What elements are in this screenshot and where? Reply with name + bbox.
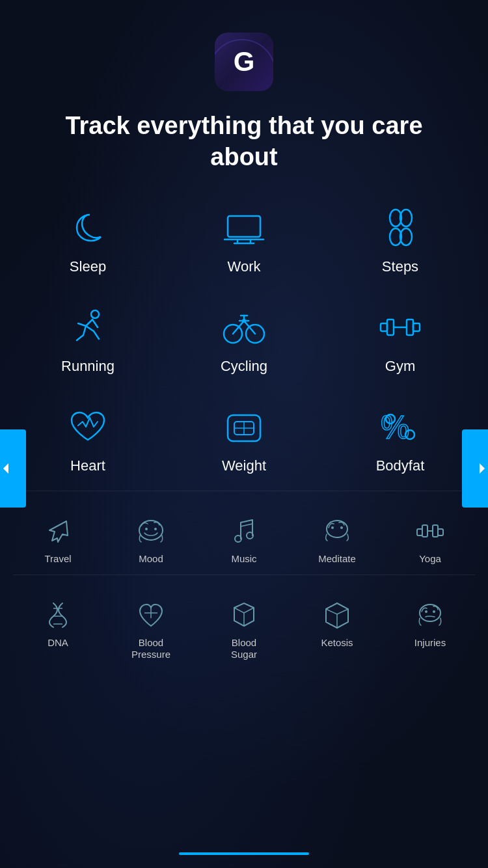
category-bodyfat[interactable]: % Bodyfat — [325, 391, 475, 484]
injuries-label: Injuries — [414, 637, 446, 649]
svg-marker-0 — [3, 463, 8, 474]
page-headline: Track everything that you care about — [0, 111, 488, 172]
category-cycling[interactable]: Cycling — [169, 292, 319, 385]
gym-icon — [374, 305, 426, 350]
small-grid-row2: DNA BloodPressure BloodSug — [13, 588, 475, 667]
mood-icon — [133, 514, 169, 547]
category-injuries[interactable]: Injuries — [385, 588, 475, 667]
music-label: Music — [231, 553, 256, 565]
category-weight[interactable]: Weight — [169, 391, 319, 484]
meditate-label: Meditate — [318, 553, 356, 565]
category-gym[interactable]: Gym — [325, 292, 475, 385]
blood-pressure-label: BloodPressure — [131, 637, 170, 660]
meditate-icon — [319, 514, 355, 547]
category-sleep[interactable]: Sleep — [13, 192, 163, 285]
blood-sugar-icon — [226, 598, 262, 631]
small-grid-row1: Travel Mood — [13, 504, 475, 571]
svg-point-50 — [425, 610, 427, 613]
app-header: G Track everything that you care about — [0, 0, 488, 172]
category-running[interactable]: Running — [13, 292, 163, 385]
svg-rect-38 — [438, 529, 443, 536]
running-label: Running — [61, 358, 115, 375]
svg-rect-16 — [381, 323, 387, 331]
dna-icon — [40, 598, 76, 631]
yoga-label: Yoga — [419, 553, 441, 565]
steps-label: Steps — [382, 258, 418, 275]
category-dna[interactable]: DNA — [13, 588, 103, 667]
svg-rect-40 — [433, 525, 438, 537]
category-blood-pressure[interactable]: BloodPressure — [106, 588, 196, 667]
section-divider-2 — [13, 575, 475, 575]
bottom-bar — [179, 852, 309, 855]
svg-rect-19 — [407, 319, 413, 335]
yoga-icon — [413, 514, 448, 547]
weight-label: Weight — [222, 457, 266, 474]
svg-rect-18 — [387, 319, 394, 335]
blood-pressure-icon — [133, 598, 169, 631]
category-heart[interactable]: Heart — [13, 391, 163, 484]
mood-label: Mood — [139, 553, 163, 565]
svg-point-29 — [145, 528, 148, 530]
nav-arrow-right[interactable] — [462, 429, 488, 508]
svg-point-30 — [154, 528, 157, 530]
app-icon[interactable]: G — [215, 33, 273, 91]
blood-sugar-label: BloodSugar — [231, 637, 257, 660]
heart-icon — [62, 404, 114, 450]
category-meditate[interactable]: Meditate — [292, 504, 382, 571]
svg-point-36 — [340, 526, 343, 529]
running-icon — [62, 305, 114, 350]
sleep-icon — [62, 205, 114, 251]
bodyfat-label: Bodyfat — [376, 457, 425, 474]
gym-label: Gym — [385, 358, 415, 375]
svg-marker-1 — [480, 463, 485, 474]
section-divider-1 — [13, 491, 475, 491]
steps-icon — [374, 205, 426, 251]
categories-container: Sleep Work — [0, 192, 488, 667]
cycling-label: Cycling — [221, 358, 267, 375]
dna-label: DNA — [47, 637, 68, 649]
category-travel[interactable]: Travel — [13, 504, 103, 571]
music-icon — [226, 514, 262, 547]
category-music[interactable]: Music — [199, 504, 289, 571]
injuries-icon — [413, 598, 448, 631]
category-yoga[interactable]: Yoga — [385, 504, 475, 571]
work-label: Work — [228, 258, 261, 275]
svg-rect-17 — [413, 323, 420, 331]
work-icon — [218, 205, 270, 251]
travel-label: Travel — [44, 553, 71, 565]
large-grid-row3: Heart Weight % B — [13, 391, 475, 484]
svg-point-35 — [331, 526, 334, 529]
heart-label: Heart — [70, 457, 105, 474]
ketosis-icon — [319, 598, 355, 631]
category-steps[interactable]: Steps — [325, 192, 475, 285]
cycling-icon — [218, 305, 270, 350]
svg-rect-2 — [228, 216, 260, 237]
svg-rect-37 — [417, 529, 422, 536]
category-ketosis[interactable]: Ketosis — [292, 588, 382, 667]
svg-line-33 — [241, 524, 252, 526]
svg-text:%: % — [381, 409, 409, 446]
large-grid-row2: Running Cycling — [13, 292, 475, 385]
category-mood[interactable]: Mood — [106, 504, 196, 571]
svg-rect-39 — [422, 525, 427, 537]
svg-point-34 — [327, 521, 347, 537]
svg-point-49 — [420, 604, 441, 621]
weight-icon — [218, 404, 270, 450]
nav-arrow-left[interactable] — [0, 429, 26, 508]
svg-point-11 — [91, 310, 99, 318]
app-icon-letter: G — [234, 46, 255, 77]
category-blood-sugar[interactable]: BloodSugar — [199, 588, 289, 667]
category-work[interactable]: Work — [169, 192, 319, 285]
svg-point-51 — [433, 610, 435, 613]
large-grid-row1: Sleep Work — [13, 192, 475, 285]
bodyfat-icon: % — [374, 404, 426, 450]
travel-icon — [40, 514, 76, 547]
sleep-label: Sleep — [70, 258, 106, 275]
ketosis-label: Ketosis — [321, 637, 353, 649]
